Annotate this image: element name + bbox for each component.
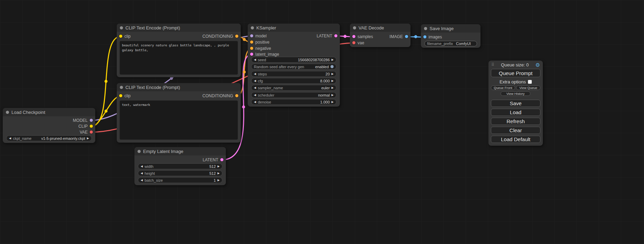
widget-height[interactable]: ◀ height 512 ▶ — [138, 170, 222, 176]
settings-gear-icon[interactable]: ⚙ — [536, 62, 540, 67]
port-clip-output[interactable] — [90, 125, 93, 128]
widget-value: v1-5-pruned-emaonly.ckpt — [33, 136, 85, 141]
node-title-bar[interactable]: CLIP Text Encode (Prompt) — [117, 24, 241, 32]
input-label-clip: clip — [124, 93, 131, 99]
arrow-left-icon[interactable]: ◀ — [141, 179, 143, 182]
collapse-dot-icon[interactable] — [353, 26, 356, 29]
widget-denoise[interactable]: ◀ denoise 1.000 ▶ — [251, 99, 336, 105]
arrow-right-icon[interactable]: ▶ — [332, 58, 334, 61]
drag-handle-icon[interactable]: ⠿ — [491, 62, 494, 67]
output-label-latent: LATENT — [203, 157, 218, 163]
arrow-left-icon[interactable]: ◀ — [254, 73, 256, 75]
collapse-dot-icon[interactable] — [120, 26, 123, 29]
port-latent-image-input[interactable] — [250, 53, 253, 56]
port-conditioning-output[interactable] — [235, 94, 238, 97]
port-samples-input[interactable] — [352, 35, 355, 38]
arrow-left-icon[interactable]: ◀ — [9, 137, 11, 140]
port-conditioning-output[interactable] — [235, 35, 238, 38]
queue-prompt-button[interactable]: Queue Prompt — [491, 69, 540, 77]
toggle-indicator-icon[interactable] — [330, 65, 334, 68]
arrow-left-icon[interactable]: ◀ — [254, 101, 256, 103]
port-clip-input[interactable] — [119, 94, 122, 97]
node-load-checkpoint[interactable]: Load Checkpoint MODEL CLIP VAE ◀ ckpt_na… — [3, 108, 95, 143]
port-vae-input[interactable] — [352, 41, 355, 44]
port-images-input[interactable] — [423, 35, 426, 38]
collapse-dot-icon[interactable] — [424, 27, 427, 30]
arrow-left-icon[interactable]: ◀ — [141, 165, 143, 168]
port-negative-input[interactable] — [250, 47, 253, 50]
widget-value: 156680208700286 — [268, 58, 330, 62]
view-history-button[interactable]: View History — [501, 91, 530, 96]
link-dot-cond-negative — [243, 71, 246, 74]
port-positive-input[interactable] — [250, 40, 253, 44]
port-model-output[interactable] — [90, 119, 93, 122]
node-title-bar[interactable]: Empty Latent Image — [134, 147, 226, 155]
node-ksampler[interactable]: KSampler model positive negative latent_… — [248, 24, 340, 107]
arrow-right-icon[interactable]: ▶ — [218, 165, 220, 168]
node-title-bar[interactable]: CLIP Text Encode (Prompt) — [117, 83, 241, 91]
queue-front-button[interactable]: Queue Front — [491, 85, 515, 90]
collapse-dot-icon[interactable] — [6, 111, 9, 114]
node-title-bar[interactable]: KSampler — [248, 24, 340, 32]
arrow-left-icon[interactable]: ◀ — [254, 94, 256, 97]
port-image-output[interactable] — [405, 35, 408, 38]
widget-value: euler — [285, 86, 330, 90]
widget-random-seed-toggle[interactable]: Random seed after every gen enabled — [251, 64, 336, 70]
queue-panel[interactable]: ⠿ Queue size: 0 ⚙ Queue Prompt Extra opt… — [488, 61, 543, 146]
widget-cfg[interactable]: ◀ cfg 8.000 ▶ — [251, 78, 336, 84]
arrow-left-icon[interactable]: ◀ — [141, 172, 143, 175]
extra-options-checkbox[interactable] — [528, 80, 532, 84]
widget-filename-prefix[interactable]: filename_prefix ComfyUI — [424, 41, 477, 46]
node-vae-decode[interactable]: VAE Decode samples vae IMAGE — [350, 24, 411, 47]
arrow-right-icon[interactable]: ▶ — [218, 179, 220, 182]
graph-canvas[interactable]: Load Checkpoint MODEL CLIP VAE ◀ ckpt_na… — [0, 0, 644, 244]
widget-seed[interactable]: ◀ seed 156680208700286 ▶ — [251, 57, 336, 63]
arrow-right-icon[interactable]: ▶ — [332, 101, 334, 103]
port-latent-output[interactable] — [334, 34, 337, 37]
refresh-button[interactable]: Refresh — [491, 118, 540, 125]
prompt-textarea[interactable]: beautiful scenery nature glass bottle la… — [120, 41, 238, 75]
arrow-right-icon[interactable]: ▶ — [332, 87, 334, 89]
prompt-textarea[interactable]: text, watermark — [120, 100, 238, 140]
widget-value: 512 — [155, 164, 216, 169]
widget-batch-size[interactable]: ◀ batch_size 1 ▶ — [138, 177, 222, 183]
node-save-image[interactable]: Save Image images filename_prefix ComfyU… — [421, 24, 480, 48]
arrow-right-icon[interactable]: ▶ — [332, 94, 334, 97]
output-label-latent: LATENT — [317, 33, 332, 39]
arrow-right-icon[interactable]: ▶ — [332, 73, 334, 75]
collapse-dot-icon[interactable] — [138, 150, 141, 153]
node-clip-text-encode-positive[interactable]: CLIP Text Encode (Prompt) clip CONDITION… — [117, 24, 241, 77]
collapse-dot-icon[interactable] — [251, 26, 254, 29]
input-label-negative: negative — [255, 46, 271, 51]
output-label-conditioning: CONDITIONING — [202, 93, 233, 99]
widget-name: scheduler — [258, 93, 274, 97]
widget-name: Random seed after every gen — [254, 65, 304, 69]
widget-scheduler[interactable]: ◀ scheduler normal ▶ — [251, 92, 336, 98]
collapse-dot-icon[interactable] — [120, 86, 123, 89]
save-button[interactable]: Save — [491, 100, 540, 107]
port-vae-output[interactable] — [90, 130, 93, 134]
arrow-left-icon[interactable]: ◀ — [254, 58, 256, 61]
node-clip-text-encode-negative[interactable]: CLIP Text Encode (Prompt) clip CONDITION… — [117, 83, 241, 143]
clear-button[interactable]: Clear — [491, 127, 540, 134]
arrow-left-icon[interactable]: ◀ — [254, 80, 256, 82]
node-title-bar[interactable]: Save Image — [421, 24, 480, 33]
view-queue-button[interactable]: View Queue — [516, 85, 540, 90]
widget-sampler-name[interactable]: ◀ sampler_name euler ▶ — [251, 85, 336, 91]
node-title-bar[interactable]: Load Checkpoint — [3, 108, 95, 116]
port-latent-output[interactable] — [220, 158, 223, 161]
port-model-input[interactable] — [250, 34, 253, 37]
node-empty-latent-image[interactable]: Empty Latent Image LATENT ◀ width 512 ▶ … — [134, 147, 226, 185]
arrow-left-icon[interactable]: ◀ — [254, 87, 256, 89]
arrow-right-icon[interactable]: ▶ — [332, 80, 334, 82]
widget-steps[interactable]: ◀ steps 20 ▶ — [251, 71, 336, 77]
port-clip-input[interactable] — [119, 35, 122, 38]
widget-width[interactable]: ◀ width 512 ▶ — [138, 163, 222, 169]
node-title: VAE Decode — [359, 25, 384, 30]
load-default-button[interactable]: Load Default — [491, 136, 540, 143]
widget-ckpt-name[interactable]: ◀ ckpt_name v1-5-pruned-emaonly.ckpt ▶ — [6, 135, 92, 141]
node-title-bar[interactable]: VAE Decode — [350, 24, 411, 32]
arrow-right-icon[interactable]: ▶ — [87, 137, 89, 140]
load-button[interactable]: Load — [491, 109, 540, 116]
arrow-right-icon[interactable]: ▶ — [218, 172, 220, 175]
